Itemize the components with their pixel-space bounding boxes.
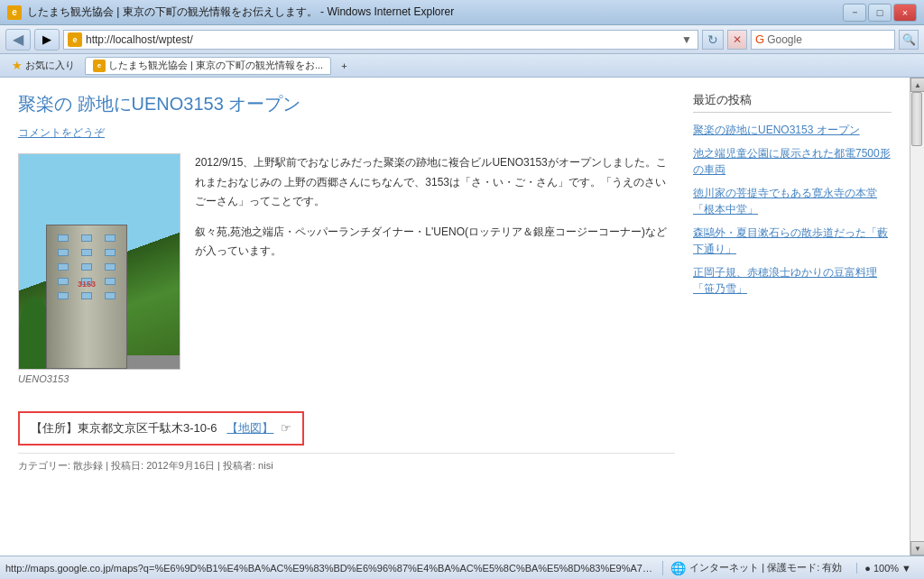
list-item: 森鷗外・夏目漱石らの散歩道だった「藪下通り」 (693, 225, 892, 257)
search-input[interactable]: Google (767, 33, 891, 46)
scroll-track[interactable] (910, 92, 924, 541)
cursor-hand-icon: ☞ (281, 421, 291, 435)
favorites-label: お気に入り (25, 59, 75, 72)
address-toolbar: ◀ ▶ e http://localhost/wptest/ ▼ ↻ ✕ G G… (0, 25, 924, 54)
close-button[interactable]: × (893, 4, 917, 22)
tab-label: したまち観光協会 | 東京の下町の観光情報をお... (108, 59, 323, 72)
maximize-button[interactable]: □ (868, 4, 892, 22)
scroll-up-button[interactable]: ▲ (910, 78, 924, 92)
statusbar: http://maps.google.co.jp/maps?q=%E6%9D%B… (0, 556, 924, 579)
comment-link[interactable]: コメントをどうぞ (18, 125, 675, 141)
sidebar: 最近の投稿 聚楽の跡地にUENO3153 オープン 池之端児童公園に展示された都… (693, 92, 892, 541)
list-item: 正岡子規、赤穂浪士ゆかりの豆富料理「笹乃雪」 (693, 264, 892, 297)
sidebar-links: 聚楽の跡地にUENO3153 オープン 池之端児童公園に展示された都電7500形… (693, 122, 892, 297)
address-info-box: 【住所】東京都文京区千駄木3-10-6 【地図】 ☞ (18, 411, 304, 446)
list-item: 徳川家の菩提寺でもある寛永寺の本堂「根本中堂」 (693, 185, 892, 217)
search-button[interactable]: 🔍 (899, 30, 919, 50)
page-icon: e (68, 32, 82, 47)
star-icon: ★ (12, 59, 23, 72)
list-item: 聚楽の跡地にUENO3153 オープン (693, 122, 892, 138)
webpage: 聚楽の 跡地にUENO3153 オープン コメントをどうぞ (0, 78, 910, 556)
globe-icon: 🌐 (670, 561, 686, 575)
scrollbar[interactable]: ▲ ▼ (910, 78, 924, 556)
building-sign: 3153 (47, 280, 126, 289)
image-caption: UENO3153 (18, 373, 180, 384)
stop-button[interactable]: ✕ (727, 30, 747, 50)
article-body: 3153 UENO3153 2012/9/15、上野駅前でおなじみだった聚楽の跡… (18, 153, 675, 384)
zoom-text: ● 100% (864, 563, 899, 574)
article-image-container: 3153 UENO3153 (18, 153, 180, 384)
article-image: 3153 (18, 153, 180, 370)
building-decoration: 3153 (46, 225, 127, 369)
sidebar-link-3[interactable]: 徳川家の菩提寺でもある寛永寺の本堂「根本中堂」 (693, 185, 892, 217)
webpage-area: 聚楽の 跡地にUENO3153 オープン コメントをどうぞ (0, 78, 910, 556)
article-meta: カテゴリー: 散歩録 | 投稿日: 2012年9月16日 | 投稿者: nisi (18, 453, 675, 473)
security-text: インターネット | 保護モード: 有効 (689, 561, 842, 574)
refresh-button[interactable]: ↻ (702, 30, 724, 50)
main-content: 聚楽の 跡地にUENO3153 オープン コメントをどうぞ (18, 92, 675, 541)
address-text: http://localhost/wptest/ (86, 33, 679, 46)
forward-button[interactable]: ▶ (34, 29, 60, 51)
scroll-thumb[interactable] (911, 92, 922, 146)
scroll-down-button[interactable]: ▼ (910, 541, 924, 556)
new-tab-button[interactable]: + (335, 57, 353, 75)
sidebar-link-1[interactable]: 聚楽の跡地にUENO3153 オープン (693, 122, 892, 138)
address-dropdown[interactable]: ▼ (679, 33, 694, 46)
minimize-button[interactable]: － (843, 4, 866, 22)
browser-content: 聚楽の 跡地にUENO3153 オープン コメントをどうぞ (0, 78, 924, 556)
address-info-text: 【住所】東京都文京区千駄木3-10-6 (31, 421, 217, 435)
article-text: 2012/9/15、上野駅前でおなじみだった聚楽の跡地に複合ビルUENO3153… (195, 153, 675, 384)
google-icon: G (755, 32, 764, 46)
sidebar-title: 最近の投稿 (693, 92, 892, 113)
map-link[interactable]: 【地図】 (226, 421, 273, 435)
building-windows (51, 234, 122, 307)
favorites-button[interactable]: ★ お気に入り (5, 57, 81, 75)
status-url: http://maps.google.co.jp/maps?q=%E6%9D%B… (5, 563, 655, 574)
body-paragraph-2: 叙々苑,苑池之端店・ペッパーランチダイナー・L'UENO(ロッテリア＆銀座コージ… (195, 223, 675, 262)
sidebar-link-5[interactable]: 正岡子規、赤穂浪士ゆかりの豆富料理「笹乃雪」 (693, 264, 892, 297)
tab-icon: e (93, 60, 106, 72)
back-button[interactable]: ◀ (5, 29, 31, 51)
browser-tab[interactable]: e したまち観光協会 | 東京の下町の観光情報をお... (85, 57, 331, 75)
list-item: 池之端児童公園に展示された都電7500形の車両 (693, 145, 892, 178)
zoom-control[interactable]: ● 100% ▼ (856, 563, 919, 574)
search-bar[interactable]: G Google (751, 30, 895, 50)
ie-icon: e (7, 5, 22, 20)
address-bar[interactable]: e http://localhost/wptest/ ▼ (63, 30, 698, 50)
zoom-dropdown-icon[interactable]: ▼ (901, 563, 911, 574)
body-paragraph-1: 2012/9/15、上野駅前でおなじみだった聚楽の跡地に複合ビルUENO3153… (195, 153, 675, 212)
favorites-bar: ★ お気に入り e したまち観光協会 | 東京の下町の観光情報をお... + (0, 54, 924, 78)
window-controls: － □ × (843, 4, 917, 22)
sidebar-link-4[interactable]: 森鷗外・夏目漱石らの散歩道だった「藪下通り」 (693, 225, 892, 257)
security-zone: 🌐 インターネット | 保護モード: 有効 (662, 561, 849, 575)
window-title: したまち観光協会 | 東京の下町の観光情報をお伝えします。 - Windows … (27, 5, 843, 20)
titlebar: e したまち観光協会 | 東京の下町の観光情報をお伝えします。 - Window… (0, 0, 924, 25)
sidebar-link-2[interactable]: 池之端児童公園に展示された都電7500形の車両 (693, 145, 892, 178)
article-title: 聚楽の 跡地にUENO3153 オープン (18, 92, 675, 116)
